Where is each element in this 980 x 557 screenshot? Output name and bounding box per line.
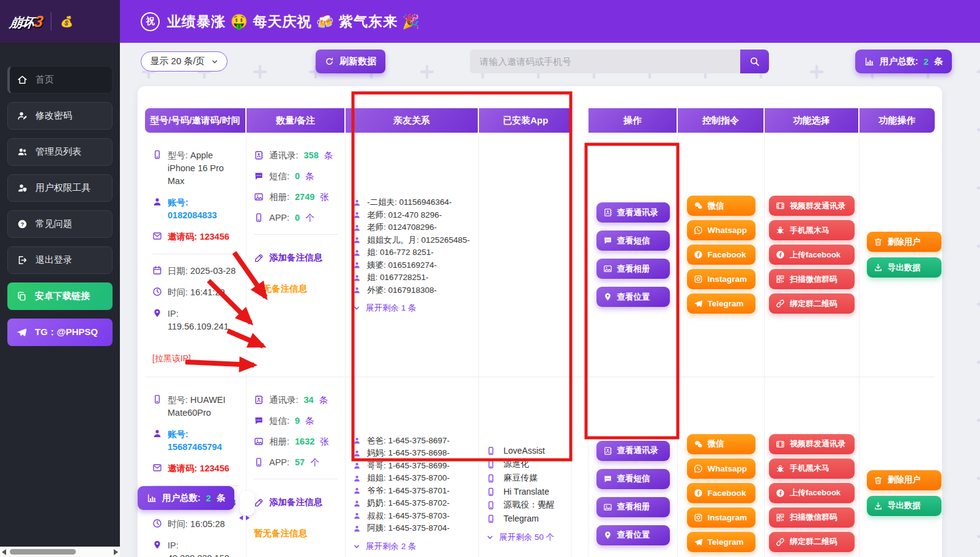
user-icon	[353, 474, 361, 482]
action-button[interactable]: 查看通讯录	[596, 202, 670, 223]
sidebar: 首页 修改密码 管理员列表 用户权限工具	[0, 43, 120, 557]
divider	[51, 12, 51, 31]
photo-icon	[603, 503, 612, 512]
sidebar-item[interactable]: 退出登录	[7, 246, 113, 274]
location-icon	[603, 292, 612, 301]
control-button[interactable]: Instagram	[687, 269, 755, 289]
sms-count: 0	[295, 171, 300, 181]
feature-button[interactable]: 绑定群二维码	[769, 532, 855, 552]
control-button[interactable]: Facebook	[687, 483, 755, 503]
sidebar-item[interactable]: 常见问题	[7, 210, 113, 238]
search-input[interactable]	[470, 50, 740, 73]
page-size-select[interactable]: 显示 20 条/页	[141, 51, 228, 72]
action-button[interactable]: 查看位置	[596, 525, 670, 545]
control-button[interactable]: Whatsapp	[687, 459, 755, 479]
page-prev-arrow[interactable]	[239, 515, 243, 520]
feature-button[interactable]: 绑定群二维码	[769, 293, 855, 314]
feature-button[interactable]: 视频群发通讯录	[769, 196, 855, 216]
sms-icon	[254, 416, 264, 426]
device-info-cell: 型号: Apple iPhone 16 Pro Max 账号: 01820848…	[145, 133, 247, 377]
action-button[interactable]: 查看相册	[596, 497, 670, 517]
scroll-right-arrow[interactable]	[114, 549, 118, 555]
page-next-arrow[interactable]	[246, 515, 250, 520]
qrcode-icon	[776, 275, 785, 284]
table-header-row: 型号/号码/邀请码/时间 数量/备注 亲友关系 已安装App 操作 控制指令 功…	[145, 108, 935, 133]
device-info-cell: 型号: HUAWEI Mate60Pro 账号: 15687465794 邀请码…	[145, 377, 247, 557]
control-button[interactable]: Instagram	[687, 507, 755, 528]
scrollbar-thumb[interactable]	[10, 549, 76, 555]
photos-count: 1632	[295, 437, 314, 446]
sidebar-item[interactable]: 管理员列表	[7, 138, 113, 166]
actions-cell: 查看通讯录 查看短信 查看相册	[588, 133, 678, 377]
user-icon	[152, 197, 162, 207]
control-button[interactable]: Telegram	[687, 532, 755, 552]
action-button[interactable]: 查看通讯录	[596, 441, 670, 461]
android-download-button[interactable]: 安卓下载链接	[7, 282, 113, 310]
actions-cell: 查看通讯录 查看短信 查看相册	[588, 377, 678, 557]
feature-button[interactable]: 上传facebook	[769, 483, 855, 503]
control-button[interactable]: Whatsapp	[687, 220, 755, 240]
trash-icon	[874, 476, 883, 485]
logo-area: 崩坏3 💰	[0, 0, 120, 43]
expand-apps-link[interactable]: 展开剩余 50 个	[486, 532, 564, 543]
contact-row: 姨婆: 0165169274-	[353, 260, 471, 271]
blacklist-ip-link[interactable]: [拉黑该IP]	[152, 353, 239, 364]
user-icon	[353, 437, 361, 444]
column-header: 控制指令	[678, 108, 765, 133]
action-button[interactable]: 查看短信	[596, 469, 670, 489]
control-button[interactable]: Telegram	[687, 293, 755, 314]
user-icon	[353, 286, 361, 294]
users-table-card: 型号/号码/邀请码/时间 数量/备注 亲友关系 已安装App 操作 控制指令 功…	[138, 86, 942, 557]
chevron-down-icon	[211, 58, 218, 65]
contact-row: 姐: 0167728251-	[353, 272, 471, 283]
expand-relations-link[interactable]: 展开剩余 1 条	[353, 303, 471, 314]
pagination-pill[interactable]	[240, 491, 254, 515]
contact-row: 奶奶: 1-645-375-8702-	[353, 498, 471, 509]
user-icon	[353, 249, 361, 257]
action-button[interactable]: 查看位置	[596, 287, 670, 307]
control-commands-cell: 微信 Whatsapp Facebook	[678, 377, 765, 557]
relations-cell: -二姐夫: 01156946364- 老师: 012-470 8296- 老师:…	[346, 133, 479, 377]
sms-icon	[254, 171, 264, 181]
film-icon	[776, 440, 785, 449]
feature-button[interactable]: 扫描微信群码	[769, 507, 855, 528]
export-data-button[interactable]: 导出数据	[867, 496, 941, 516]
feature-button[interactable]: 视频群发通讯录	[769, 434, 855, 454]
feature-button[interactable]: 上传facebook	[769, 245, 855, 265]
search-button[interactable]	[740, 50, 769, 73]
time-value: 16:41:29	[190, 287, 225, 297]
phone-icon	[152, 394, 162, 404]
column-header: 型号/号码/邀请码/时间	[145, 108, 247, 133]
sms-count: 9	[295, 416, 300, 426]
contact-row: 姐姐女儿。月: 0125265485-	[353, 235, 471, 246]
no-note-text: 暂无备注信息	[254, 528, 338, 539]
control-button[interactable]: Facebook	[687, 245, 755, 265]
export-data-button[interactable]: 导出数据	[867, 257, 941, 278]
feature-button[interactable]: 扫描微信群码	[769, 269, 855, 289]
sidebar-item[interactable]: 用户权限工具	[7, 174, 113, 202]
expand-relations-link[interactable]: 展开剩余 2 条	[353, 541, 471, 552]
feature-button[interactable]: 手机黑木马	[769, 459, 855, 479]
contact-row: 哥哥: 1-645-375-8699-	[353, 460, 471, 471]
add-note-link[interactable]: 添加备注信息	[254, 496, 338, 508]
contact-row: 阿姨: 1-645-375-8704-	[353, 523, 471, 534]
telegram-contact-button[interactable]: TG：@PHPSQ	[7, 319, 113, 346]
horizontal-scrollbar[interactable]	[0, 547, 120, 557]
control-button[interactable]: 微信	[687, 196, 755, 216]
scroll-left-arrow[interactable]	[2, 549, 6, 555]
add-note-link[interactable]: 添加备注信息	[254, 252, 338, 264]
user-icon	[353, 199, 361, 207]
user-total-count: 2	[924, 57, 929, 67]
delete-user-button[interactable]: 删除用户	[867, 232, 941, 252]
feature-button[interactable]: 手机黑木马	[769, 220, 855, 240]
delete-user-button[interactable]: 删除用户	[867, 470, 941, 490]
sidebar-item[interactable]: 修改密码	[7, 102, 113, 130]
sidebar-item[interactable]: 首页	[7, 66, 113, 94]
control-button[interactable]: 微信	[687, 434, 755, 454]
user-icon	[152, 429, 162, 438]
location-icon	[152, 540, 162, 550]
user-edit-icon	[17, 111, 28, 121]
action-button[interactable]: 查看短信	[596, 231, 670, 251]
action-button[interactable]: 查看相册	[596, 259, 670, 279]
refresh-data-button[interactable]: 刷新数据	[316, 50, 385, 73]
